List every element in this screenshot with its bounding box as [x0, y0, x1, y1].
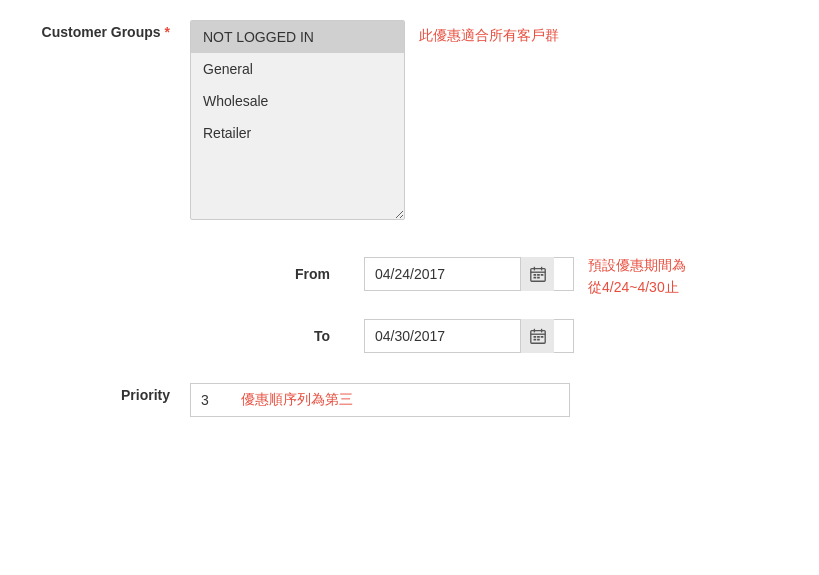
option-retailer[interactable]: Retailer — [191, 117, 404, 149]
date-hint: 預設優惠期間為 從4/24~4/30止 — [588, 250, 686, 299]
from-label: From — [190, 266, 350, 282]
priority-label: Priority — [30, 383, 190, 403]
from-calendar-icon[interactable] — [520, 257, 554, 291]
priority-input[interactable] — [191, 386, 231, 414]
priority-row: Priority 優惠順序列為第三 — [30, 383, 789, 417]
customer-groups-label: Customer Groups* — [30, 20, 190, 40]
svg-rect-8 — [537, 277, 540, 279]
date-rows-row: From 預設優惠期間為 從 — [30, 250, 789, 353]
to-label: To — [190, 328, 350, 344]
to-row: To — [190, 319, 686, 353]
date-rows-container: From 預設優惠期間為 從 — [190, 250, 686, 353]
svg-rect-14 — [537, 336, 540, 338]
option-wholesale[interactable]: Wholesale — [191, 85, 404, 117]
customer-groups-control-wrap: NOT LOGGED IN General Wholesale Retailer… — [190, 20, 559, 220]
calendar-svg-to — [529, 327, 547, 345]
to-input-wrap — [364, 319, 574, 353]
svg-rect-17 — [537, 338, 540, 340]
customer-groups-hint: 此優惠適合所有客戶群 — [419, 20, 559, 46]
svg-rect-5 — [537, 274, 540, 276]
svg-rect-4 — [533, 274, 536, 276]
svg-rect-6 — [540, 274, 543, 276]
option-not-logged-in[interactable]: NOT LOGGED IN — [191, 21, 404, 53]
required-star: * — [165, 24, 170, 40]
svg-rect-13 — [533, 336, 536, 338]
svg-rect-16 — [533, 338, 536, 340]
to-calendar-icon[interactable] — [520, 319, 554, 353]
from-row: From 預設優惠期間為 從 — [190, 250, 686, 299]
priority-control-wrap: 優惠順序列為第三 — [190, 383, 570, 417]
from-input[interactable] — [365, 260, 520, 288]
priority-input-wrap: 優惠順序列為第三 — [190, 383, 570, 417]
option-general[interactable]: General — [191, 53, 404, 85]
svg-rect-15 — [540, 336, 543, 338]
svg-rect-7 — [533, 277, 536, 279]
from-input-wrap — [364, 257, 574, 291]
to-input[interactable] — [365, 322, 520, 350]
customer-groups-row: Customer Groups* NOT LOGGED IN General W… — [30, 20, 789, 220]
label-text: Customer Groups — [42, 24, 161, 40]
calendar-svg-from — [529, 265, 547, 283]
priority-hint: 優惠順序列為第三 — [231, 385, 363, 415]
customer-groups-select[interactable]: NOT LOGGED IN General Wholesale Retailer — [190, 20, 405, 220]
